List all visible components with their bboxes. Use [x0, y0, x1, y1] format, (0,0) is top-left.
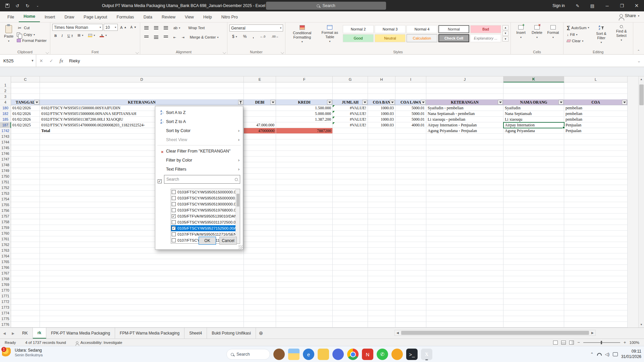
number-format-combo[interactable]: General ▾ [229, 24, 283, 32]
cell-H1752[interactable] [368, 185, 395, 191]
cell-K1746[interactable] [503, 151, 564, 157]
cell-J1762[interactable] [426, 242, 503, 248]
cell-F1776[interactable] [276, 322, 333, 327]
cell-H1748[interactable] [368, 162, 395, 168]
cell-F1768[interactable] [276, 276, 333, 282]
cell-E1746[interactable] [244, 151, 276, 157]
cell-K1774[interactable] [503, 310, 564, 316]
column-header-L[interactable]: L [564, 76, 628, 82]
cell-L1769[interactable] [564, 282, 628, 288]
row-header-182[interactable]: 182 [0, 111, 11, 117]
row-header-1771[interactable]: 1771 [0, 293, 11, 299]
cell-F1[interactable] [276, 82, 333, 88]
zoom-slider[interactable] [583, 342, 620, 343]
cell-H182[interactable]: 1000.03 [368, 111, 395, 117]
cell-F1750[interactable] [276, 174, 333, 179]
cell-C1745[interactable] [11, 145, 40, 151]
cell-J1743[interactable] [426, 134, 503, 139]
cell-C1776[interactable] [11, 322, 40, 327]
cell-C1765[interactable] [11, 259, 40, 265]
cell-J1776[interactable] [426, 322, 503, 327]
row-header-1[interactable]: 1 [0, 82, 11, 88]
cell-H1776[interactable] [368, 322, 395, 327]
cell-H4[interactable]: COA BAN [368, 100, 395, 105]
sheet-tab-bukti-potong-unifikasi[interactable]: Bukti Potong Unifikasi [207, 328, 256, 339]
column-header-J[interactable]: J [426, 76, 503, 82]
style-explanatory[interactable]: Explanatory ... [470, 34, 501, 42]
row-header-2[interactable]: 2 [0, 88, 11, 94]
row-header-1751[interactable]: 1751 [0, 179, 11, 185]
row-header-4[interactable]: 4 [0, 100, 11, 105]
fill-color-button[interactable]: ▾ [87, 33, 96, 38]
sort-filter-button[interactable]: AZ Sort & Filter ▾ [592, 24, 611, 49]
new-sheet-button[interactable]: ⊕ [256, 328, 266, 339]
delete-cells-button[interactable]: Delete ▾ [529, 24, 545, 49]
cell-J1753[interactable] [426, 191, 503, 196]
cell-J1768[interactable] [426, 276, 503, 282]
cell-L1751[interactable] [564, 179, 628, 185]
cell-D2[interactable] [40, 88, 244, 94]
cell-I1770[interactable] [395, 288, 426, 293]
filter-dropdown-icon[interactable] [270, 100, 275, 105]
cell-I180[interactable]: 5000.01 [395, 105, 426, 111]
cell-G182[interactable]: #VALUE! [333, 111, 368, 117]
menu-item-text-filters[interactable]: Text Filters› [155, 165, 243, 174]
cell-G1757[interactable] [333, 214, 368, 219]
clock[interactable]: 09:11 31/01/2026 [621, 349, 641, 359]
cell-H1774[interactable] [368, 310, 395, 316]
cell-E1745[interactable] [244, 145, 276, 151]
cell-I1776[interactable] [395, 322, 426, 327]
cell-L1744[interactable] [564, 139, 628, 145]
cell-F1744[interactable] [276, 139, 333, 145]
find-select-button[interactable]: Find & Select ▾ [612, 24, 631, 49]
cut-button[interactable]: ✂ Cut [15, 24, 48, 31]
cell-F1759[interactable] [276, 225, 333, 231]
cell-H1767[interactable] [368, 270, 395, 276]
cell-L185[interactable]: pembelian [564, 117, 628, 122]
cell-G1743[interactable] [333, 134, 368, 139]
align-top-button[interactable] [143, 25, 150, 30]
sheet-tab-sheet4[interactable]: Sheet4 [184, 328, 207, 339]
cell-F1775[interactable] [276, 316, 333, 322]
cell-G1759[interactable] [333, 225, 368, 231]
cell-L1775[interactable] [564, 316, 628, 322]
ribbon-tab-insert[interactable]: Insert [40, 12, 60, 22]
cell-F1770[interactable] [276, 288, 333, 293]
row-header-1763[interactable]: 1763 [0, 248, 11, 253]
cell-L2[interactable] [564, 88, 628, 94]
cell-L1771[interactable] [564, 293, 628, 299]
redo-icon[interactable]: ↻ [25, 3, 30, 8]
cell-H1756[interactable] [368, 208, 395, 214]
cell-G1752[interactable] [333, 185, 368, 191]
app-icon-3[interactable] [391, 349, 403, 360]
cell-F182[interactable]: 5.000.000 [276, 111, 333, 117]
cell-G1762[interactable] [333, 242, 368, 248]
cell-G1744[interactable] [333, 139, 368, 145]
cell-C1[interactable] [11, 82, 40, 88]
cell-K1742[interactable]: Agung Priyandana [503, 128, 564, 134]
cell-E1744[interactable] [244, 139, 276, 145]
cell-H1769[interactable] [368, 282, 395, 288]
cell-G1750[interactable] [333, 174, 368, 179]
row-header-1768[interactable]: 1768 [0, 276, 11, 282]
cell-F3[interactable] [276, 94, 333, 100]
cell-F1763[interactable] [276, 248, 333, 253]
cell-L187[interactable]: Penjualan [564, 122, 628, 128]
cell-E1742[interactable]: 47000000 [244, 128, 276, 134]
row-header-1774[interactable]: 1774 [0, 310, 11, 316]
ribbon-tab-page-layout[interactable]: Page Layout [79, 12, 112, 22]
scroll-right-icon[interactable]: ▶ [590, 331, 595, 335]
cell-K1758[interactable] [503, 219, 564, 225]
cell-I1746[interactable] [395, 151, 426, 157]
cell-G1771[interactable] [333, 293, 368, 299]
cell-K1745[interactable] [503, 145, 564, 151]
scroll-up-icon[interactable]: ▲ [639, 76, 644, 82]
cell-E187[interactable]: 47.000.000 [244, 122, 276, 128]
cell-E1749[interactable] [244, 168, 276, 174]
font-name-combo[interactable]: Times New Roman ▾ [52, 24, 103, 31]
cell-E1[interactable] [244, 82, 276, 88]
checkbox-icon[interactable]: ✓ [172, 226, 176, 230]
checkbox-icon[interactable] [172, 208, 176, 212]
cell-L1745[interactable] [564, 145, 628, 151]
filter-value-item[interactable]: ✓0105/FTFVA/WS9505139010/DAN [171, 213, 240, 219]
